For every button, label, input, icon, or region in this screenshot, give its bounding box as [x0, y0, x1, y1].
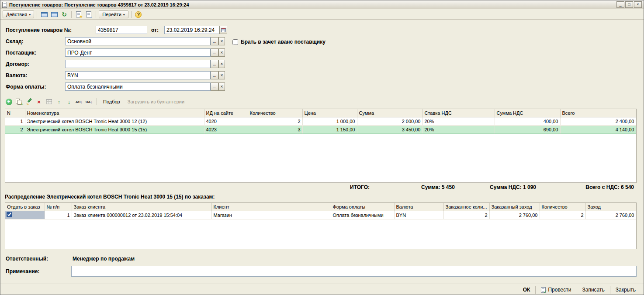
supplier-choose-button[interactable]: ...: [211, 48, 218, 57]
close-form-button[interactable]: Закрыть: [612, 285, 639, 294]
table-row[interactable]: 1 Электрический котел BOSCH Tronic Heat …: [5, 117, 636, 125]
column-header[interactable]: Валюта: [394, 203, 443, 211]
column-header[interactable]: Цена: [302, 109, 357, 117]
payment-form-input[interactable]: [65, 82, 211, 91]
payment-clear-button[interactable]: ×: [218, 82, 225, 91]
actions-menu-button[interactable]: Действия ▾: [3, 10, 34, 18]
cell[interactable]: 2: [443, 211, 489, 219]
column-header[interactable]: Сумма: [357, 109, 422, 117]
column-header[interactable]: Количество: [540, 203, 585, 211]
document-star-icon[interactable]: ★: [74, 10, 83, 19]
doc-date-input[interactable]: [164, 26, 219, 34]
column-header[interactable]: Ставка НДС: [422, 109, 495, 117]
cell[interactable]: Заказ клиента 000000012 от 23.02.2019 15…: [72, 211, 211, 219]
load-from-accounting-button[interactable]: Загрузить из бухгалтерии: [125, 98, 187, 105]
note-input[interactable]: [71, 266, 637, 277]
currency-clear-button[interactable]: ×: [218, 71, 225, 79]
sort-ascending-icon[interactable]: АЯ↓: [75, 98, 83, 106]
column-header[interactable]: Клиент: [211, 203, 331, 211]
warehouse-clear-button[interactable]: ×: [218, 37, 225, 45]
cell[interactable]: 2: [5, 125, 25, 134]
ok-button[interactable]: ОК: [519, 285, 534, 294]
table-row-selected[interactable]: 2 Электрический котел BOSCH Tronic Heat …: [5, 125, 636, 134]
form-panel-icon[interactable]: [50, 10, 59, 19]
sort-descending-icon[interactable]: ЯА↓: [85, 98, 93, 106]
move-down-icon[interactable]: ↓: [65, 98, 73, 106]
give-to-order-checkbox[interactable]: [7, 212, 12, 217]
responsible-value[interactable]: Менеджер по продажам: [73, 256, 135, 262]
column-header[interactable]: N: [5, 109, 25, 117]
payment-choose-button[interactable]: ...: [211, 82, 218, 91]
column-header[interactable]: Отдать в заказ: [5, 203, 45, 211]
column-header[interactable]: Заказанное коли...: [443, 203, 489, 211]
pick-button[interactable]: Подбор: [100, 98, 123, 105]
cell[interactable]: 2: [540, 211, 585, 219]
cell[interactable]: 20%: [422, 125, 495, 134]
list-panel-icon[interactable]: [40, 10, 48, 19]
cell[interactable]: 20%: [422, 117, 495, 125]
cell[interactable]: 3: [248, 125, 302, 134]
column-header[interactable]: ИД на сайте: [204, 109, 248, 117]
currency-choose-button[interactable]: ...: [211, 71, 218, 79]
doc-number-input[interactable]: [96, 26, 147, 34]
cell[interactable]: 690,00: [495, 125, 560, 134]
column-header[interactable]: Заказанный заход: [489, 203, 540, 211]
cell[interactable]: 3 450,00: [357, 125, 422, 134]
table-row[interactable]: 1 Заказ клиента 000000012 от 23.02.2019 …: [5, 211, 636, 219]
maximize-button[interactable]: □: [625, 1, 633, 8]
cell[interactable]: Магазин: [211, 211, 331, 219]
supplier-clear-button[interactable]: ×: [218, 48, 225, 57]
cell[interactable]: Оплата безналичными: [331, 211, 394, 219]
currency-input[interactable]: [65, 71, 211, 79]
cell[interactable]: 1: [45, 211, 72, 219]
cell[interactable]: 4023: [204, 125, 248, 134]
column-header[interactable]: Количество: [248, 109, 302, 117]
goto-menu-button[interactable]: Перейти ▾: [99, 10, 128, 18]
totals-label: ИТОГО:: [350, 184, 370, 190]
advance-checkbox[interactable]: [232, 39, 238, 45]
warehouse-choose-button[interactable]: ...: [211, 37, 218, 45]
column-header[interactable]: Номенклатура: [25, 109, 204, 117]
cell[interactable]: 1 000,00: [302, 117, 357, 125]
cell[interactable]: 2 760,00: [585, 211, 636, 219]
contract-choose-button[interactable]: ...: [211, 60, 218, 68]
post-button[interactable]: ✓ Провести: [537, 285, 575, 294]
cell[interactable]: 2 760,00: [489, 211, 540, 219]
cell[interactable]: Электрический котел BOSCH Tronic Heat 30…: [25, 125, 204, 134]
copy-row-icon[interactable]: +: [15, 98, 23, 106]
column-header[interactable]: Всего: [560, 109, 636, 117]
column-header[interactable]: Заход: [585, 203, 636, 211]
contract-input[interactable]: [65, 60, 211, 68]
help-icon[interactable]: ?: [134, 10, 143, 19]
button-separator: [535, 286, 536, 294]
cell[interactable]: 1: [5, 117, 25, 125]
supplier-input[interactable]: [65, 48, 211, 57]
cell[interactable]: BYN: [394, 211, 443, 219]
move-up-icon[interactable]: ↑: [55, 98, 63, 106]
cell[interactable]: 2: [248, 117, 302, 125]
column-header[interactable]: Форма оплаты: [331, 203, 394, 211]
cell[interactable]: Электрический котел BOSCH Tronic Heat 30…: [25, 117, 204, 125]
cell[interactable]: 2 400,00: [560, 117, 636, 125]
refresh-icon[interactable]: ↻: [60, 10, 69, 19]
column-header[interactable]: № п/п: [45, 203, 72, 211]
cell[interactable]: 4 140,00: [560, 125, 636, 134]
edit-row-icon[interactable]: [25, 98, 33, 106]
give-to-order-cell[interactable]: [5, 211, 45, 219]
delete-row-icon[interactable]: ×: [35, 98, 43, 106]
cell[interactable]: 400,00: [495, 117, 560, 125]
calendar-button[interactable]: [219, 26, 227, 34]
cell[interactable]: 1 150,00: [302, 125, 357, 134]
document-arrow-icon[interactable]: →: [84, 10, 93, 19]
column-header[interactable]: Заказ клиента: [72, 203, 211, 211]
minimize-button[interactable]: _: [616, 1, 624, 8]
warehouse-input[interactable]: [65, 37, 211, 45]
contract-clear-button[interactable]: ×: [218, 60, 225, 68]
column-header[interactable]: Сумма НДС: [495, 109, 560, 117]
cell[interactable]: 4020: [204, 117, 248, 125]
cell[interactable]: 2 000,00: [357, 117, 422, 125]
add-row-icon[interactable]: +: [5, 98, 13, 106]
write-button[interactable]: Записать: [579, 285, 608, 294]
close-button[interactable]: ×: [634, 1, 642, 8]
grid-settings-icon[interactable]: [45, 98, 53, 106]
